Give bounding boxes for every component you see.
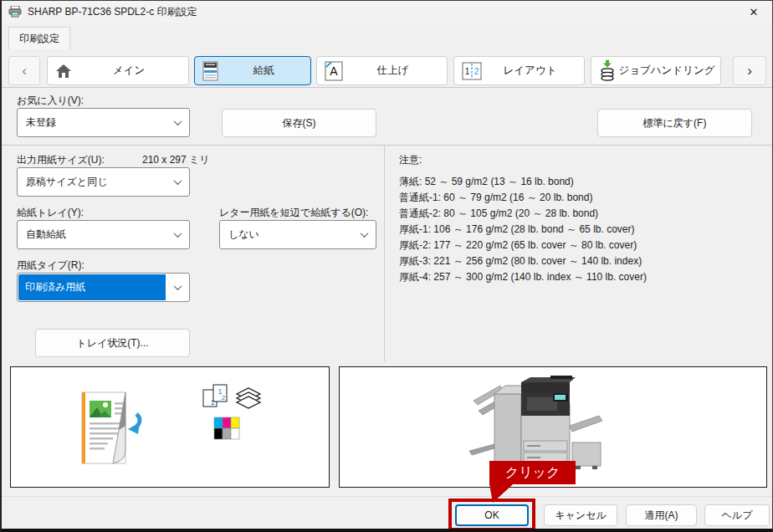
footer-divider [2, 496, 772, 497]
paper-type-select[interactable]: 印刷済み用紙 [17, 273, 190, 302]
chevron-right-icon: › [747, 63, 752, 79]
titlebar: SHARP BP-71C36 SPDL2-c 印刷設定 ✕ [2, 1, 772, 23]
tab-finishing[interactable]: A 仕上げ [316, 56, 448, 85]
note-line: 普通紙-1: 60 ～ 79 g/m2 (16 ～ 20 lb. bond) [399, 190, 647, 206]
tab-print-settings[interactable]: 印刷設定 [8, 27, 70, 49]
settings-preview-panel: 1 1 2 [10, 366, 330, 488]
scroll-tabs-right-button[interactable]: › [733, 56, 766, 85]
svg-text:2: 2 [474, 67, 479, 76]
tab-main[interactable]: メイン [47, 56, 189, 85]
favorites-value: 未登録 [26, 115, 175, 130]
color-mode-icon [214, 417, 239, 439]
paper-source-icon [202, 61, 218, 81]
tab-layout[interactable]: 1 2 レイアウト [453, 56, 585, 85]
printer-icon [8, 6, 22, 18]
letter-short-edge-select[interactable]: しない [219, 220, 376, 249]
chevron-down-icon [174, 282, 182, 290]
note-line: 厚紙-4: 257 ～ 300 g/m2 (140 lb. index ～ 11… [399, 269, 647, 285]
tab-label: レイアウト [504, 64, 557, 78]
document-preview-illustration: 1 1 2 [11, 367, 329, 487]
help-button[interactable]: ヘルプ [704, 504, 770, 526]
column-divider [384, 146, 385, 361]
cancel-button[interactable]: キャンセル [544, 504, 617, 526]
tray-status-button[interactable]: トレイ状況(T)... [35, 329, 190, 357]
click-callout-tail [483, 481, 525, 504]
svg-text:1: 1 [465, 67, 470, 76]
tab-paper-source[interactable]: 給紙 [194, 56, 311, 85]
paper-tray-value: 自動給紙 [26, 228, 175, 242]
window-title: SHARP BP-71C36 SPDL2-c 印刷設定 [28, 5, 197, 19]
chevron-down-icon [174, 229, 182, 238]
paper-type-value: 印刷済み用紙 [18, 274, 166, 300]
favorites-label: お気に入り(V): [17, 94, 84, 108]
close-icon: ✕ [750, 6, 759, 18]
home-icon [55, 64, 72, 79]
letter-short-edge-value: しない [228, 228, 361, 242]
chevron-down-icon [361, 229, 369, 238]
favorites-select[interactable]: 未登録 [17, 108, 190, 137]
svg-text:A: A [330, 64, 338, 78]
tab-label: ジョブハンドリング [618, 64, 714, 78]
tab-label: 仕上げ [377, 64, 409, 78]
tab-label: メイン [113, 64, 145, 78]
apply-button[interactable]: 適用(A) [626, 504, 697, 526]
note-title: 注意: [399, 152, 647, 168]
output-size-dimensions: 210 x 297 ミリ [142, 153, 210, 167]
restore-defaults-button[interactable]: 標準に戻す(F) [597, 109, 752, 137]
paper-stack-icon [237, 388, 260, 408]
paper-tray-label: 給紙トレイ(Y): [17, 206, 84, 220]
paper-type-label: 用紙タイプ(R): [17, 258, 84, 273]
finishing-icon: A [325, 61, 343, 81]
chevron-down-icon [174, 176, 182, 185]
output-size-value: 原稿サイズと同じ [26, 175, 175, 189]
toolbar-divider [2, 87, 772, 88]
chevron-left-icon: ‹ [22, 63, 27, 79]
print-settings-dialog: SHARP BP-71C36 SPDL2-c 印刷設定 ✕ 印刷設定 ‹ メイン [0, 0, 773, 532]
note-line: 普通紙-2: 80 ～ 105 g/m2 (20 ～ 28 lb. bond) [399, 206, 647, 222]
note-line: 薄紙: 52 ～ 59 g/m2 (13 ～ 16 lb. bond) [399, 174, 647, 190]
save-button[interactable]: 保存(S) [222, 109, 376, 137]
note-line: 厚紙-2: 177 ～ 220 g/m2 (65 lb. cover ～ 80 … [399, 238, 647, 253]
paper-tray-select[interactable]: 自動給紙 [17, 220, 190, 249]
note-line: 厚紙-3: 221 ～ 256 g/m2 (80 lb. cover ～ 140… [399, 253, 647, 269]
note-block: 注意: 薄紙: 52 ～ 59 g/m2 (13 ～ 16 lb. bond) … [399, 152, 647, 285]
tab-job-handling[interactable]: ジョブハンドリング [591, 56, 721, 85]
collate-icon: 1 1 2 [203, 385, 227, 407]
scroll-tabs-left-button[interactable]: ‹ [8, 56, 40, 85]
letter-short-edge-label: レター用紙を短辺で給紙する(O): [219, 206, 368, 220]
svg-text:2: 2 [222, 394, 226, 402]
chevron-down-icon [174, 117, 182, 125]
section-divider [2, 145, 772, 146]
close-button[interactable]: ✕ [735, 1, 772, 23]
job-handling-icon [599, 59, 616, 82]
tab-label: 給紙 [253, 64, 274, 78]
output-size-select[interactable]: 原稿サイズと同じ [17, 167, 190, 197]
note-line: 厚紙-1: 106 ～ 176 g/m2 (28 lb. bond ～ 65 l… [399, 222, 647, 238]
layout-icon: 1 2 [462, 62, 482, 80]
output-size-label: 出力用紙サイズ(U): [17, 153, 105, 167]
